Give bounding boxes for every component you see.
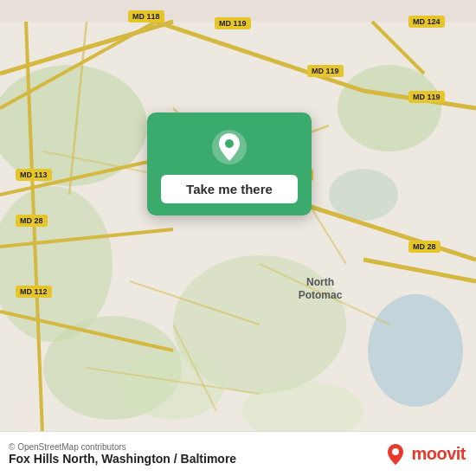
moovit-logo[interactable]: moovit	[383, 442, 466, 466]
svg-point-33	[225, 139, 234, 148]
svg-point-8	[121, 351, 225, 420]
road-badge-md124: MD 124	[408, 16, 445, 28]
svg-text:Potomac: Potomac	[299, 289, 343, 301]
bottom-bar: © OpenStreetMap contributors Fox Hills N…	[0, 431, 476, 476]
road-badge-md119-right: MD 119	[307, 65, 344, 77]
location-pin-icon	[210, 128, 248, 166]
location-title: Fox Hills North, Washington / Baltimore	[9, 452, 236, 466]
moovit-label: moovit	[411, 444, 466, 464]
svg-point-5	[338, 65, 441, 151]
svg-point-7	[329, 169, 398, 221]
take-me-there-button[interactable]: Take me there	[161, 175, 298, 203]
map-container: North Potomac MD 118 MD 119 MD 119 MD 12…	[0, 0, 476, 476]
road-badge-md28-right-bot: MD 28	[408, 241, 441, 253]
location-info: © OpenStreetMap contributors Fox Hills N…	[9, 442, 236, 466]
road-badge-md118: MD 118	[128, 10, 164, 23]
road-badge-md28-left: MD 28	[16, 215, 48, 227]
road-badge-md119-mid: MD 119	[408, 91, 445, 103]
svg-point-6	[368, 294, 463, 407]
osm-credit: © OpenStreetMap contributors	[9, 442, 236, 452]
map-background: North Potomac	[0, 0, 476, 476]
svg-point-34	[392, 448, 399, 455]
moovit-pin-icon	[383, 442, 408, 466]
road-badge-md113: MD 113	[16, 169, 52, 181]
road-badge-md112: MD 112	[16, 286, 52, 298]
navigation-card: Take me there	[147, 113, 312, 215]
svg-text:North: North	[306, 276, 334, 288]
road-badge-md119-top: MD 119	[215, 17, 251, 29]
